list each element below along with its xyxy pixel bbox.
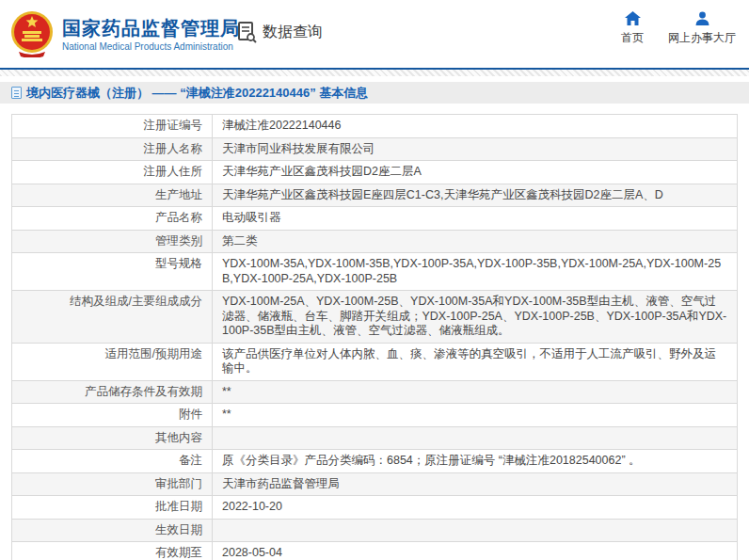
row-value: 2028-05-04 [213,542,737,560]
nav-label-home: 首页 [621,30,644,46]
row-value: ** [213,381,737,404]
row-value [213,520,737,542]
hatch-stripe-band [0,70,749,76]
table-row: 其他内容 [12,427,737,451]
site-subtitle: National Medical Products Administration [62,41,240,52]
nav-label-online-hall: 网上办事大厅 [668,30,736,46]
table-row: 结构及组成/主要组成成分YDX-100M-25A、YDX-100M-25B、YD… [12,291,737,344]
row-label: 型号规格 [12,253,213,290]
row-value: 津械注准20222140446 [213,115,737,137]
row-value: 电动吸引器 [213,207,737,230]
table-row: 产品名称电动吸引器 [12,207,737,231]
row-label: 管理类别 [12,231,213,253]
nav-item-home[interactable]: 首页 [621,11,644,46]
row-label: 其他内容 [12,427,213,450]
table-row: 产品储存条件及有效期** [12,381,737,405]
table-row: 管理类别第二类 [12,231,737,254]
breadcrumb: 境内医疗器械（注册） —— “津械注准20222140446” 基本信息 [0,82,749,104]
table-row: 备注原《分类目录》产品分类编码：6854；原注册证编号 “津械注准2018254… [12,450,737,473]
row-label: 注册人住所 [12,161,213,184]
row-label: 生产地址 [12,184,213,207]
row-label: 适用范围/预期用途 [12,344,213,380]
site-title-block: 国家药品监督管理局 National Medical Products Admi… [62,17,240,52]
home-icon [625,11,641,25]
national-emblem-logo [9,10,55,57]
row-label: 有效期至 [12,542,213,560]
row-value: 原《分类目录》产品分类编码：6854；原注册证编号 “津械注准201825400… [213,450,737,472]
row-label: 备注 [12,450,213,472]
row-value: 该产品供医疗单位对人体内脓、血、痰、渗液等的真空吸引，不适用于人工流产吸引、野外… [213,344,737,380]
row-value: 天津华苑产业区鑫茂科技园D2座二层A [213,161,737,184]
row-label: 生效日期 [12,520,213,542]
table-row: 注册人名称天津市同业科技发展有限公司 [12,138,737,162]
table-row: 适用范围/预期用途该产品供医疗单位对人体内脓、血、痰、渗液等的真空吸引，不适用于… [12,344,737,381]
row-label: 产品储存条件及有效期 [12,381,213,404]
row-value: 天津市同业科技发展有限公司 [213,138,737,161]
row-label: 附件 [12,404,213,426]
main-content: 注册证编号津械注准20222140446注册人名称天津市同业科技发展有限公司注册… [0,104,749,560]
row-label: 注册人名称 [12,138,213,161]
row-value: ** [213,404,737,426]
row-value: YDX-100M-25A、YDX-100M-25B、YDX-100M-35A和Y… [213,291,737,343]
row-label: 注册证编号 [12,115,213,137]
page-icon [11,87,22,99]
site-header: 国家药品监督管理局 National Medical Products Admi… [0,0,749,68]
row-value: 天津华苑产业区鑫茂科技园E座四层C1-C3,天津华苑产业区鑫茂科技园D2座二层A… [213,184,737,207]
row-label: 结构及组成/主要组成成分 [12,291,213,343]
data-query-label: 数据查询 [263,23,323,42]
document-search-icon [237,21,258,43]
table-row: 附件** [12,404,737,427]
nav-item-online-hall[interactable]: 网上办事大厅 [668,11,736,46]
row-label: 产品名称 [12,207,213,230]
header-nav: 首页 网上办事大厅 [621,11,736,46]
row-label: 批准日期 [12,496,213,519]
table-row: 生效日期 [12,520,737,543]
data-query-button[interactable]: 数据查询 [237,21,323,43]
row-value: 天津市药品监督管理局 [213,473,737,496]
row-value [213,427,737,450]
table-row: 型号规格YDX-100M-35A,YDX-100M-35B,YDX-100P-3… [12,253,737,291]
site-title: 国家药品监督管理局 [62,17,240,40]
table-row: 注册证编号津械注准20222140446 [12,115,737,138]
row-label: 审批部门 [12,473,213,496]
table-row: 批准日期2022-10-20 [12,496,737,520]
table-row: 审批部门天津市药品监督管理局 [12,473,737,497]
breadcrumb-text: 境内医疗器械（注册） —— “津械注准20222140446” 基本信息 [26,85,368,102]
row-value: 2022-10-20 [213,496,737,519]
table-row: 生产地址天津华苑产业区鑫茂科技园E座四层C1-C3,天津华苑产业区鑫茂科技园D2… [12,184,737,208]
row-value: 第二类 [213,231,737,253]
table-row: 有效期至2028-05-04 [12,542,737,560]
person-icon [695,11,709,25]
info-table: 注册证编号津械注准20222140446注册人名称天津市同业科技发展有限公司注册… [11,114,738,560]
table-row: 注册人住所天津华苑产业区鑫茂科技园D2座二层A [12,161,737,184]
row-value: YDX-100M-35A,YDX-100M-35B,YDX-100P-35A,Y… [213,253,737,290]
